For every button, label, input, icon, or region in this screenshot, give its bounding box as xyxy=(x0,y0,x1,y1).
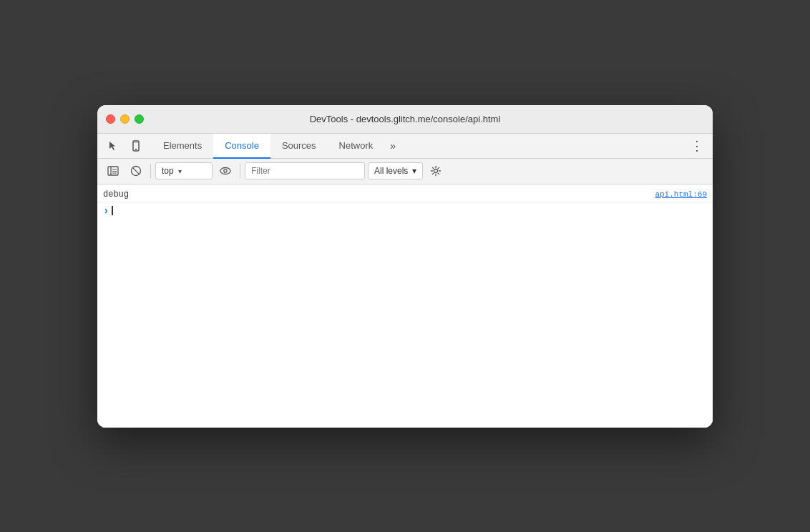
log-levels-button[interactable]: All levels ▾ xyxy=(368,162,423,179)
gear-icon xyxy=(430,165,441,177)
filter-input-wrap xyxy=(245,162,365,179)
tab-sources[interactable]: Sources xyxy=(270,134,328,159)
svg-rect-1 xyxy=(133,141,139,143)
clear-console-button[interactable] xyxy=(126,161,146,181)
console-cursor xyxy=(112,206,113,215)
context-arrow-icon: ▾ xyxy=(178,167,182,175)
console-settings-button[interactable] xyxy=(426,161,446,181)
svg-point-11 xyxy=(224,169,227,172)
inspect-icon[interactable] xyxy=(103,136,123,156)
console-content: debug api.html:69 › xyxy=(97,184,713,428)
window-title: DevTools - devtools.glitch.me/console/ap… xyxy=(310,114,501,124)
tab-elements[interactable]: Elements xyxy=(152,134,213,159)
console-input-row[interactable]: › xyxy=(97,202,713,220)
sidebar-icon xyxy=(107,165,119,177)
sidebar-toggle-button[interactable] xyxy=(103,161,123,181)
console-chevron-icon: › xyxy=(103,205,109,217)
cursor-icon-svg xyxy=(107,140,119,152)
device-icon[interactable] xyxy=(126,136,146,156)
traffic-lights xyxy=(106,114,144,124)
console-toolbar: top ▾ All levels ▾ xyxy=(97,159,713,184)
devtools-panel: Elements Console Sources Network » ⋮ xyxy=(97,134,713,428)
console-entry-text: debug xyxy=(103,189,655,200)
filter-input[interactable] xyxy=(251,166,358,176)
clear-icon xyxy=(130,165,142,177)
title-bar: DevTools - devtools.glitch.me/console/ap… xyxy=(97,105,713,134)
device-icon-svg xyxy=(130,140,142,152)
close-button[interactable] xyxy=(106,114,115,124)
console-entry-debug: debug api.html:69 xyxy=(97,187,713,202)
tab-menu-button[interactable]: ⋮ xyxy=(687,136,707,156)
tab-bar-icons xyxy=(103,136,146,156)
tab-bar: Elements Console Sources Network » ⋮ xyxy=(97,134,713,159)
toolbar-divider-1 xyxy=(150,164,151,178)
svg-line-9 xyxy=(132,167,139,174)
levels-arrow-icon: ▾ xyxy=(412,166,416,176)
svg-point-12 xyxy=(434,169,438,173)
svg-point-2 xyxy=(135,149,137,150)
toolbar-divider-2 xyxy=(240,164,240,178)
tab-network[interactable]: Network xyxy=(328,134,385,159)
context-selector[interactable]: top ▾ xyxy=(155,162,213,179)
more-tabs-button[interactable]: » xyxy=(384,133,401,158)
devtools-window: DevTools - devtools.glitch.me/console/ap… xyxy=(97,105,713,428)
svg-point-10 xyxy=(220,168,230,174)
live-expression-button[interactable] xyxy=(215,161,235,181)
minimize-button[interactable] xyxy=(120,114,130,124)
maximize-button[interactable] xyxy=(135,114,144,124)
console-entry-link[interactable]: api.html:69 xyxy=(655,190,707,199)
eye-icon xyxy=(219,164,232,177)
tab-console[interactable]: Console xyxy=(213,134,270,159)
